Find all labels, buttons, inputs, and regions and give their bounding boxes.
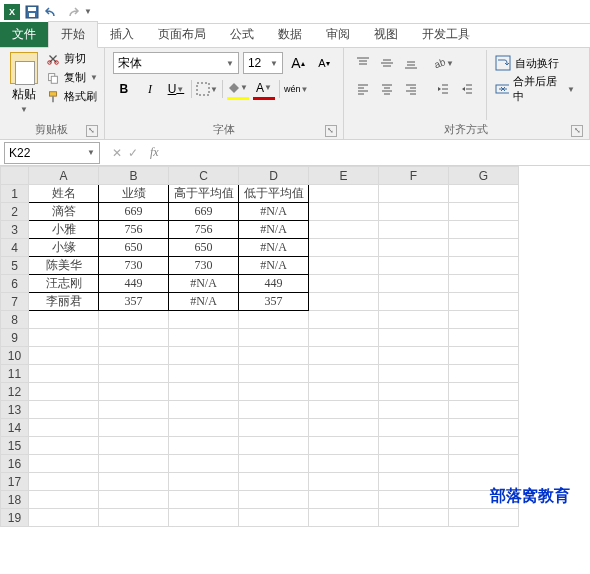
underline-button[interactable]: U▼ bbox=[165, 78, 187, 100]
cell[interactable] bbox=[29, 509, 99, 527]
cell[interactable] bbox=[379, 239, 449, 257]
cell[interactable] bbox=[99, 455, 169, 473]
cell[interactable] bbox=[379, 455, 449, 473]
cell[interactable]: #N/A bbox=[239, 203, 309, 221]
cell[interactable] bbox=[29, 347, 99, 365]
row-header[interactable]: 4 bbox=[1, 239, 29, 257]
tab-developer[interactable]: 开发工具 bbox=[410, 22, 482, 47]
cell[interactable] bbox=[239, 455, 309, 473]
cell[interactable] bbox=[169, 401, 239, 419]
cell[interactable]: 669 bbox=[99, 203, 169, 221]
cell[interactable] bbox=[309, 509, 379, 527]
cell[interactable] bbox=[29, 311, 99, 329]
clipboard-dialog-launcher[interactable]: ⤡ bbox=[86, 125, 98, 137]
row-header[interactable]: 15 bbox=[1, 437, 29, 455]
row-header[interactable]: 2 bbox=[1, 203, 29, 221]
cell[interactable] bbox=[379, 473, 449, 491]
cell[interactable]: 李丽君 bbox=[29, 293, 99, 311]
format-painter-button[interactable]: 格式刷 bbox=[46, 88, 98, 105]
cell[interactable] bbox=[99, 473, 169, 491]
cell[interactable] bbox=[169, 509, 239, 527]
cell[interactable] bbox=[239, 383, 309, 401]
cell[interactable] bbox=[309, 365, 379, 383]
select-all-corner[interactable] bbox=[1, 167, 29, 185]
name-box[interactable]: K22▼ bbox=[4, 142, 100, 164]
cell[interactable] bbox=[29, 419, 99, 437]
cell[interactable] bbox=[169, 419, 239, 437]
column-header[interactable]: C bbox=[169, 167, 239, 185]
cell[interactable] bbox=[379, 293, 449, 311]
spreadsheet-grid[interactable]: ABCDEFG1姓名业绩高于平均值低于平均值2滴答669669#N/A3小雅75… bbox=[0, 166, 590, 527]
cell[interactable]: 陈美华 bbox=[29, 257, 99, 275]
cell[interactable]: 低于平均值 bbox=[239, 185, 309, 203]
cell[interactable] bbox=[239, 329, 309, 347]
cell[interactable]: 姓名 bbox=[29, 185, 99, 203]
row-header[interactable]: 14 bbox=[1, 419, 29, 437]
cell[interactable] bbox=[309, 185, 379, 203]
cell[interactable] bbox=[379, 509, 449, 527]
redo-icon[interactable] bbox=[64, 4, 80, 20]
row-header[interactable]: 18 bbox=[1, 491, 29, 509]
cell[interactable]: 业绩 bbox=[99, 185, 169, 203]
cell[interactable] bbox=[379, 437, 449, 455]
cell[interactable] bbox=[449, 401, 519, 419]
formula-input[interactable] bbox=[163, 142, 590, 164]
align-bottom-button[interactable] bbox=[400, 52, 422, 74]
font-dialog-launcher[interactable]: ⤡ bbox=[325, 125, 337, 137]
cell[interactable]: #N/A bbox=[239, 221, 309, 239]
cell[interactable] bbox=[309, 329, 379, 347]
row-header[interactable]: 17 bbox=[1, 473, 29, 491]
cell[interactable] bbox=[379, 401, 449, 419]
orientation-button[interactable]: ab▼ bbox=[432, 52, 454, 74]
row-header[interactable]: 8 bbox=[1, 311, 29, 329]
cell[interactable] bbox=[169, 437, 239, 455]
cell[interactable] bbox=[99, 365, 169, 383]
cell[interactable] bbox=[449, 275, 519, 293]
cell[interactable]: 756 bbox=[169, 221, 239, 239]
border-button[interactable]: ▼ bbox=[196, 78, 218, 100]
cell[interactable] bbox=[309, 401, 379, 419]
cell[interactable]: 650 bbox=[99, 239, 169, 257]
cell[interactable] bbox=[309, 473, 379, 491]
cell[interactable] bbox=[449, 185, 519, 203]
row-header[interactable]: 10 bbox=[1, 347, 29, 365]
tab-view[interactable]: 视图 bbox=[362, 22, 410, 47]
cell[interactable] bbox=[379, 185, 449, 203]
cell[interactable] bbox=[169, 329, 239, 347]
cell[interactable]: #N/A bbox=[239, 257, 309, 275]
align-left-button[interactable] bbox=[352, 78, 374, 100]
tab-file[interactable]: 文件 bbox=[0, 22, 48, 47]
cell[interactable] bbox=[29, 401, 99, 419]
cell[interactable] bbox=[449, 239, 519, 257]
cell[interactable]: 730 bbox=[169, 257, 239, 275]
save-icon[interactable] bbox=[24, 4, 40, 20]
cell[interactable]: 357 bbox=[239, 293, 309, 311]
cell[interactable] bbox=[239, 311, 309, 329]
cell[interactable] bbox=[449, 221, 519, 239]
cell[interactable]: #N/A bbox=[169, 293, 239, 311]
cell[interactable] bbox=[449, 365, 519, 383]
cell[interactable] bbox=[169, 383, 239, 401]
cell[interactable] bbox=[239, 347, 309, 365]
decrease-indent-button[interactable] bbox=[432, 78, 454, 100]
cell[interactable]: 滴答 bbox=[29, 203, 99, 221]
row-header[interactable]: 5 bbox=[1, 257, 29, 275]
cell[interactable] bbox=[379, 257, 449, 275]
tab-data[interactable]: 数据 bbox=[266, 22, 314, 47]
row-header[interactable]: 12 bbox=[1, 383, 29, 401]
grow-font-button[interactable]: A▴ bbox=[287, 52, 309, 74]
column-header[interactable]: D bbox=[239, 167, 309, 185]
cell[interactable] bbox=[169, 491, 239, 509]
shrink-font-button[interactable]: A▾ bbox=[313, 52, 335, 74]
cell[interactable] bbox=[449, 509, 519, 527]
cell[interactable] bbox=[309, 437, 379, 455]
cell[interactable] bbox=[29, 455, 99, 473]
cell[interactable]: 449 bbox=[99, 275, 169, 293]
cell[interactable] bbox=[169, 347, 239, 365]
align-center-button[interactable] bbox=[376, 78, 398, 100]
merge-center-button[interactable]: 合并后居中▼ bbox=[491, 78, 579, 100]
cell[interactable] bbox=[309, 419, 379, 437]
cell[interactable]: 357 bbox=[99, 293, 169, 311]
cell[interactable] bbox=[449, 419, 519, 437]
paste-button[interactable]: 粘贴 ▼ bbox=[6, 50, 42, 120]
